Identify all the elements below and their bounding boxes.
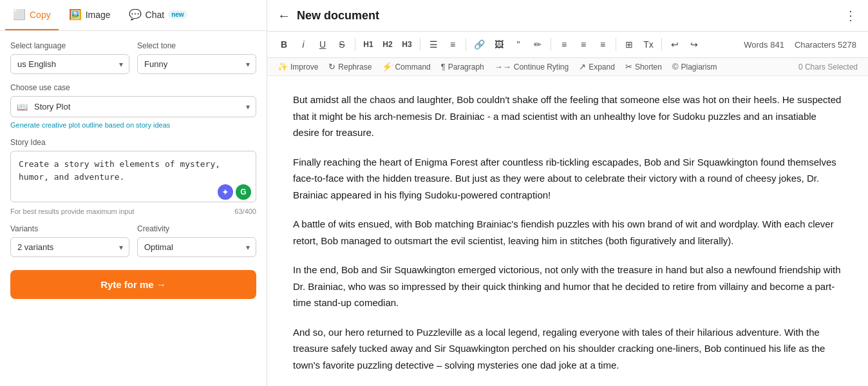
use-case-select[interactable]: Story Plot — [10, 96, 256, 117]
tab-copy[interactable]: ⬜ Copy — [5, 0, 59, 30]
ai-expand[interactable]: ↗ Expand — [579, 62, 615, 72]
variants-select-wrapper: 2 variants 1 variant 3 variants — [10, 237, 129, 257]
h2-button[interactable]: H2 — [379, 35, 397, 53]
clear-format-button[interactable]: Tx — [639, 35, 657, 53]
chat-tab-icon: 💬 — [129, 8, 142, 21]
story-idea-label: Story Idea — [10, 138, 256, 147]
variants-select[interactable]: 2 variants 1 variant 3 variants — [10, 237, 129, 257]
image-tab-icon: 🖼️ — [69, 8, 82, 21]
redo-button[interactable]: ↪ — [685, 35, 703, 53]
copy-tab-icon: ⬜ — [13, 8, 26, 21]
tone-select-wrapper: Funny — [137, 54, 256, 74]
undo-button[interactable]: ↩ — [666, 35, 684, 53]
align-left-button[interactable]: ≡ — [555, 35, 573, 53]
doc-title: New document — [297, 9, 379, 23]
pen-button[interactable]: ✏ — [529, 35, 547, 53]
tab-chat-label: Chat — [146, 10, 165, 20]
chars-selected: 0 Chars Selected — [798, 63, 858, 72]
left-panel: ⬜ Copy 🖼️ Image 💬 Chat new Select langua… — [0, 0, 267, 386]
right-panel: ← New document ⋮ B i U S H1 H2 H3 ☰ ≡ 🔗 … — [267, 0, 868, 386]
paragraph-2: Finally reaching the heart of Enigma For… — [293, 154, 842, 204]
use-case-label: Choose use case — [10, 83, 256, 92]
formatting-toolbar: B i U S H1 H2 H3 ☰ ≡ 🔗 🖼 " ✏ ≡ ≡ ≡ ⊞ Tx … — [267, 32, 868, 58]
tone-label: Select tone — [137, 41, 256, 50]
characters-count: Characters 5278 — [791, 39, 860, 51]
plagiarism-label: Plagiarism — [681, 63, 717, 72]
doc-header-right: ⋮ — [844, 8, 858, 23]
tone-select[interactable]: Funny — [137, 54, 256, 74]
tab-copy-label: Copy — [30, 10, 51, 20]
rephrase-icon: ↻ — [328, 62, 335, 72]
creativity-group: Creativity Optimal Creative Standard — [137, 224, 256, 257]
shorten-label: Shorten — [635, 63, 662, 72]
use-case-hint: Generate creative plot outline based on … — [10, 121, 256, 129]
align-right-button[interactable]: ≡ — [594, 35, 612, 53]
strikethrough-button[interactable]: S — [333, 35, 351, 53]
use-case-group: Choose use case 📖 Story Plot Generate cr… — [10, 83, 256, 129]
italic-button[interactable]: i — [294, 35, 312, 53]
ai-paragraph[interactable]: ¶ Paragraph — [441, 62, 484, 72]
doc-content: But amidst all the chaos and laughter, B… — [267, 76, 868, 386]
continue-ryting-icon: →→ — [495, 62, 511, 72]
toolbar-divider-2 — [420, 38, 420, 51]
variants-creativity-row: Variants 2 variants 1 variant 3 variants… — [10, 224, 256, 257]
bullet-list-button[interactable]: ☰ — [424, 35, 442, 53]
paragraph-1: But amidst all the chaos and laughter, B… — [293, 92, 842, 141]
continue-ryting-label: Continue Ryting — [514, 63, 569, 72]
tone-group: Select tone Funny — [137, 41, 256, 74]
bold-button[interactable]: B — [275, 35, 293, 53]
ordered-list-button[interactable]: ≡ — [444, 35, 462, 53]
more-options-icon[interactable]: ⋮ — [844, 8, 858, 23]
language-select-wrapper: us English — [10, 54, 129, 74]
rephrase-label: Rephrase — [338, 63, 372, 72]
left-content: Select language us English Select tone F… — [0, 31, 267, 386]
textarea-hint-text: For best results provide maximum input — [10, 207, 135, 215]
ai-continue-ryting[interactable]: →→ Continue Ryting — [495, 62, 569, 72]
table-button[interactable]: ⊞ — [620, 35, 638, 53]
doc-header-left: ← New document — [278, 8, 379, 23]
toolbar-divider-6 — [661, 38, 662, 51]
creativity-select-wrapper: Optimal Creative Standard — [137, 237, 256, 257]
h1-button[interactable]: H1 — [359, 35, 377, 53]
back-arrow-icon[interactable]: ← — [278, 8, 290, 23]
char-count: 63/400 — [234, 207, 256, 215]
image-button[interactable]: 🖼 — [490, 35, 508, 53]
link-button[interactable]: 🔗 — [470, 35, 489, 53]
grammarly-icon[interactable]: G — [236, 184, 251, 200]
word-count-area: Words 841 Characters 5278 — [740, 39, 860, 51]
tab-bar: ⬜ Copy 🖼️ Image 💬 Chat new — [0, 0, 267, 31]
command-icon: ⚡ — [382, 62, 392, 72]
language-label: Select language — [10, 41, 129, 50]
ai-shorten[interactable]: ✂ Shorten — [625, 62, 662, 72]
toolbar-divider-4 — [551, 38, 551, 51]
toolbar-divider-3 — [466, 38, 466, 51]
ai-toolbar: ✨ Improve ↻ Rephrase ⚡ Command ¶ Paragra… — [267, 58, 868, 76]
tab-image[interactable]: 🖼️ Image — [61, 0, 118, 30]
words-count: Words 841 — [740, 39, 788, 51]
h3-button[interactable]: H3 — [398, 35, 416, 53]
ai-rephrase[interactable]: ↻ Rephrase — [328, 62, 372, 72]
variants-group: Variants 2 variants 1 variant 3 variants — [10, 224, 129, 257]
align-center-button[interactable]: ≡ — [574, 35, 592, 53]
creativity-select[interactable]: Optimal Creative Standard — [137, 237, 256, 257]
textarea-icons: ✦ G — [218, 184, 251, 200]
ai-plagiarism[interactable]: © Plagiarism — [672, 62, 717, 72]
expand-label: Expand — [589, 63, 615, 72]
shorten-icon: ✂ — [625, 62, 632, 72]
improve-icon: ✨ — [278, 62, 288, 72]
ai-improve[interactable]: ✨ Improve — [278, 62, 318, 72]
quote-button[interactable]: " — [509, 35, 527, 53]
tab-image-label: Image — [86, 10, 111, 20]
language-select[interactable]: us English — [10, 54, 129, 74]
underline-button[interactable]: U — [314, 35, 332, 53]
toolbar-divider-1 — [355, 38, 355, 51]
ai-command[interactable]: ⚡ Command — [382, 62, 430, 72]
variants-label: Variants — [10, 224, 129, 233]
tab-chat[interactable]: 💬 Chat new — [121, 0, 195, 30]
plagiarism-icon: © — [672, 62, 679, 72]
doc-header: ← New document ⋮ — [267, 0, 868, 32]
paragraph-3: A battle of wits ensued, with Bob matchi… — [293, 216, 842, 249]
ai-enhance-icon[interactable]: ✦ — [218, 184, 233, 200]
ryte-for-me-button[interactable]: Ryte for me → — [10, 270, 256, 299]
textarea-wrapper: Create a story with elements of mystery,… — [10, 151, 256, 205]
